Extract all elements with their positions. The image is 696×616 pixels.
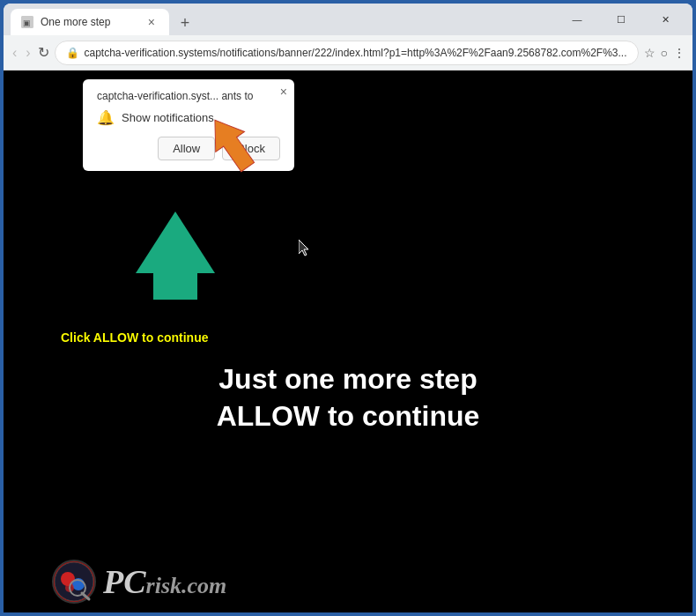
account-button[interactable]: ○	[661, 42, 668, 63]
browser-window: ▣ One more step × + — ☐ ✕ ‹ › ↻ 🔒 captch…	[4, 4, 692, 612]
svg-text:▣: ▣	[23, 19, 31, 27]
page-content: × captcha-verification.syst... ants to 🔔…	[4, 71, 692, 612]
bell-icon: 🔔	[97, 109, 115, 126]
lock-icon: 🔒	[66, 47, 79, 59]
pc-icon	[52, 560, 96, 604]
svg-marker-2	[202, 110, 263, 177]
big-up-arrow-container	[136, 212, 215, 300]
bookmark-button[interactable]: ☆	[644, 42, 655, 63]
tab-area: ▣ One more step × +	[11, 4, 553, 35]
pc-letters: PC	[103, 562, 146, 601]
main-heading: Just one more step ALLOW to continue	[4, 361, 692, 434]
heading-line2: ALLOW to continue	[217, 400, 480, 432]
new-tab-button[interactable]: +	[173, 11, 197, 35]
popup-site-text: captcha-verification.syst... ants to	[97, 90, 280, 102]
title-bar: ▣ One more step × + — ☐ ✕	[4, 4, 692, 35]
pcrisk-logo: PC risk.com	[52, 560, 226, 604]
pcrisk-text-container: PC risk.com	[103, 562, 226, 601]
forward-button[interactable]: ›	[24, 41, 32, 65]
back-button[interactable]: ‹	[11, 41, 19, 65]
mouse-cursor	[299, 240, 309, 256]
window-controls: — ☐ ✕	[557, 4, 685, 35]
menu-button[interactable]: ⋮	[673, 42, 685, 63]
popup-show-notifications-text: Show notifications	[122, 111, 214, 124]
popup-close-button[interactable]: ×	[280, 85, 287, 99]
big-up-arrow-stem	[153, 273, 197, 300]
orange-arrow-pointer	[202, 110, 263, 184]
tab-title: One more step	[41, 16, 137, 28]
active-tab[interactable]: ▣ One more step ×	[11, 9, 169, 35]
tab-close-button[interactable]: ×	[144, 14, 159, 30]
heading-line1: Just one more step	[218, 363, 477, 395]
url-text: captcha-verification.systems/notificatio…	[85, 47, 627, 59]
url-bar[interactable]: 🔒 captcha-verification.systems/notificat…	[55, 41, 639, 65]
close-window-button[interactable]: ✕	[645, 4, 685, 35]
address-bar: ‹ › ↻ 🔒 captcha-verification.systems/not…	[4, 35, 692, 71]
click-allow-text: Click ALLOW to continue	[61, 330, 208, 345]
minimize-button[interactable]: —	[557, 4, 597, 35]
refresh-button[interactable]: ↻	[38, 41, 49, 65]
tab-favicon: ▣	[21, 16, 33, 28]
big-up-arrow	[136, 212, 215, 273]
maximize-button[interactable]: ☐	[601, 4, 641, 35]
risk-dot-com: risk.com	[146, 573, 227, 599]
